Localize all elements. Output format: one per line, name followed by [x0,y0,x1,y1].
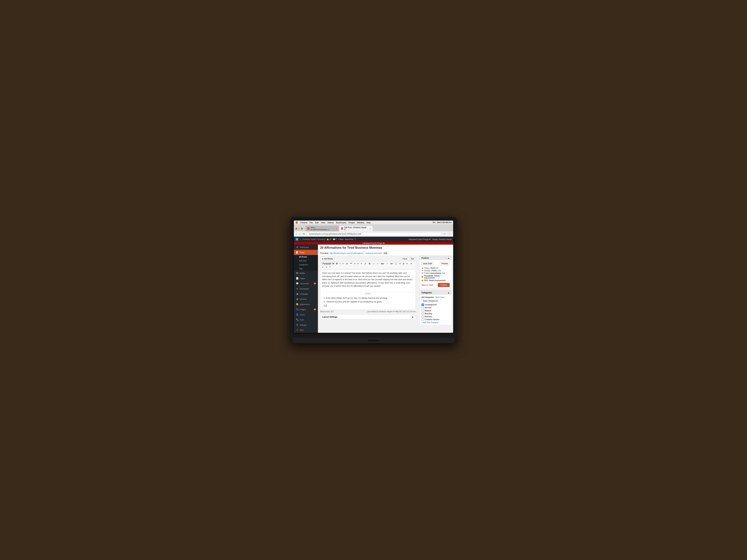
ordered-list-button[interactable]: 1≡ [345,262,349,265]
bookmarks-menu[interactable]: Bookmarks [336,221,346,224]
bold-button[interactable]: B [335,262,338,265]
publish-button[interactable]: Publish [438,283,449,287]
sidebar-item-downloads[interactable]: ⬇ Downloads [294,286,318,291]
indent-button[interactable]: ⇥ [409,262,413,265]
list-button[interactable]: ≡ [342,262,344,265]
sidebar-item-pages[interactable]: 📄 Pages [294,276,318,281]
sidebar-subitem-categories[interactable]: Categories [294,263,318,267]
visibility-edit-link[interactable]: Edit [438,270,441,272]
special-char-button[interactable]: Ω [402,262,405,265]
sidebar-item-dashboard[interactable]: ⊞ Dashboard [294,245,318,250]
italic-button[interactable]: I [339,262,341,265]
view-menu[interactable]: View [321,221,325,224]
align-right-button[interactable]: ≡ [360,262,363,265]
outdent-button[interactable]: ⇤ [406,262,409,265]
category-customer-service-checkbox[interactable] [421,318,424,321]
refresh-button[interactable]: ↻ [302,232,306,236]
post-title[interactable]: 20 Affirmations for Tired Business Momma… [320,246,451,249]
litespeed-label[interactable]: LiteSpeed Cache Purge All [409,238,431,240]
sidebar-item-media[interactable]: 🖼 Media [294,271,318,276]
categories-toggle[interactable]: ▲ [447,292,449,294]
forward-button[interactable]: › [299,232,301,236]
sidebar-item-appearance[interactable]: 🎨 Appearance [294,302,318,307]
category-branding-checkbox[interactable] [421,313,424,315]
comments-count[interactable]: 💬 2 [333,238,337,240]
tab-edit-post[interactable]: W Edit Post ‹ Kimberly Haydn C... × [339,226,372,231]
layout-settings-toggle[interactable]: ▲ [412,316,414,318]
preview-button[interactable]: Preview [440,262,449,266]
sidebar-item-users[interactable]: 👤 Users [294,312,318,317]
view-post-btn[interactable]: View Post [345,238,353,240]
category-business-checkbox[interactable] [421,315,424,318]
category-ask-kim-checkbox[interactable] [421,306,424,309]
sidebar-item-tools[interactable]: 🔧 Tools [294,317,318,322]
layout-settings-bar[interactable]: Layout Settings ▲ [320,315,416,319]
chrome-menu[interactable]: Chrome [300,221,307,224]
chrome-menu-btn[interactable]: ⋮ [447,232,452,236]
all-categories-tab[interactable]: All Categories [421,296,434,298]
move-to-trash-link[interactable]: Move to Trash [421,284,433,286]
strikethrough-button[interactable]: abc̶ [380,262,385,265]
maximize-button[interactable] [301,228,303,230]
category-uncategorized-checkbox[interactable] [421,303,424,306]
tab-editpost-close[interactable]: × [369,228,371,230]
back-button[interactable]: ‹ [295,232,298,236]
text-color-button[interactable]: A▾ [389,262,393,265]
tab-inbox[interactable]: M Inbox - kim@kimberlyhaydn.c... × [306,226,339,231]
sidebar-item-settings[interactable]: ⚙ Settings [294,322,318,327]
paragraph-select[interactable]: Paragraph [321,262,335,265]
undo-button[interactable]: ↩ [321,266,325,269]
hr-button[interactable]: — [385,262,389,265]
people-menu[interactable]: People [349,221,355,224]
category-balance-checkbox[interactable] [421,310,424,312]
notification-count[interactable]: 🔔 10 [327,238,331,240]
site-name[interactable]: Kimberly Haydn Consulting [303,238,325,240]
edit-menu[interactable]: Edit [315,221,319,224]
editor-content[interactable]: Have you ever been in a slump? You know,… [320,269,416,310]
permalink-url[interactable]: http://kimberlyhaydn.com/20-affirmations… [330,252,382,254]
permalink-edit-btn[interactable]: Edit [383,252,388,255]
align-left-button[interactable]: ≡ [353,262,356,265]
sidebar-subitem-tags[interactable]: Tags [294,267,318,271]
text-tab[interactable]: Text [409,257,416,260]
window-menu[interactable]: Window [357,221,364,224]
sidebar-subitem-add-new[interactable]: Add New [294,259,318,263]
help-button[interactable]: ? [329,266,331,269]
sidebar-item-seo[interactable]: Y SEO [294,327,318,333]
fullscreen-button[interactable]: ⤢ [376,262,379,265]
select-deselect-button[interactable]: Select / Deselect All [421,299,439,302]
unlink-button[interactable]: ⛓ [368,262,371,265]
publish-header-toggle[interactable]: ▲ [447,257,449,259]
link-button[interactable]: 🔗 [363,262,367,265]
sidebar-item-genesis[interactable]: ◉ Genesis [294,296,318,302]
paste-button[interactable]: 📋 [394,262,398,265]
file-menu[interactable]: File [310,221,313,224]
add-new-category-link[interactable]: + Add New Category [421,321,449,323]
wp-home-icon[interactable]: ⌂ [300,238,301,240]
close-button[interactable] [295,228,298,230]
sidebar-subitem-all-posts[interactable]: All Posts [294,255,318,259]
align-center-button[interactable]: ≡ [357,262,360,265]
list-item-3[interactable] [326,304,414,308]
status-edit-link[interactable]: Edit [435,267,439,269]
sidebar-item-comments[interactable]: 💬 Comments 3 [294,281,318,286]
redo-button[interactable]: ↪ [325,266,328,269]
more-button[interactable]: — [372,262,376,265]
sidebar-item-posts[interactable]: 📝 Posts [294,250,318,255]
add-media-button[interactable]: ⊕ Add Media [320,257,335,261]
visual-tab[interactable]: Visual [401,257,409,260]
clear-format-button[interactable]: ✕ [398,262,402,265]
address-bar[interactable]: kimberlyhaydn.com/wp-admin/post.php?post… [307,233,441,236]
tab-inbox-close[interactable]: × [336,228,337,230]
history-menu[interactable]: History [327,221,334,224]
help-menu[interactable]: Help [366,221,371,224]
new-btn[interactable]: + New [338,238,343,240]
most-used-tab[interactable]: Most Used [435,296,444,298]
sidebar-item-instapage[interactable]: ▣ Instapage [294,291,318,296]
publish-time-edit-link[interactable]: Edit [442,272,445,274]
minimize-button[interactable] [298,228,300,230]
save-draft-button[interactable]: Save Draft [421,262,434,266]
quote-button[interactable]: ❝❞ [349,262,353,265]
bookmark-star[interactable]: ☆ [443,232,446,236]
sidebar-item-plugins[interactable]: 🔌 Plugins 6 [294,307,318,312]
